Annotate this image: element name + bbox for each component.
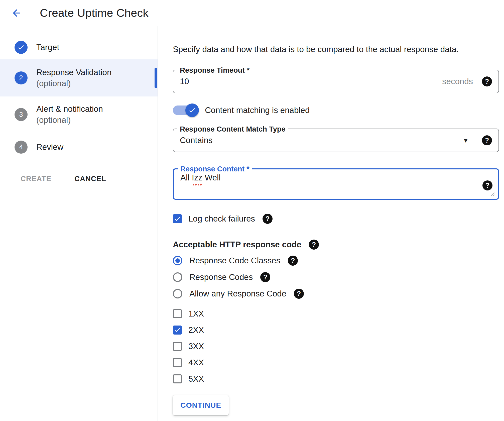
toggle-thumb-check-icon	[185, 103, 199, 117]
allow-any-response-code-label: Allow any Response Code	[189, 289, 286, 298]
label-2xx: 2XX	[188, 325, 204, 335]
response-timeout-help-icon[interactable]: ?	[482, 76, 492, 86]
allow-any-help-icon[interactable]: ?	[294, 289, 304, 299]
step-response-validation-label: Response Validation	[36, 67, 111, 78]
match-type-label: Response Content Match Type	[177, 125, 288, 134]
code-row-1xx: 1XX	[173, 309, 499, 319]
misspelled-word: Izz	[192, 173, 202, 182]
panel-description: Specify data and how that data is to be …	[173, 26, 499, 55]
match-type-value: Contains	[180, 136, 212, 145]
step-alert-notification[interactable]: 3 Alert & notification (optional)	[0, 103, 158, 126]
dropdown-caret-icon[interactable]: ▼	[462, 137, 469, 144]
step-completed-check-icon	[15, 41, 28, 54]
allow-any-response-code-radio[interactable]	[173, 289, 182, 298]
checkbox-3xx[interactable]	[173, 342, 182, 351]
radio-row-code-classes: Response Code Classes ?	[173, 256, 499, 265]
step-4-circle: 4	[15, 141, 28, 154]
checkbox-check-icon	[174, 327, 181, 334]
step-target-label: Target	[36, 42, 59, 53]
arrow-back-icon	[11, 8, 22, 19]
step-response-validation[interactable]: 2 Response Validation (optional)	[0, 59, 158, 96]
code-row-3xx: 3XX	[173, 342, 499, 351]
step-alert-label: Alert & notification	[36, 103, 103, 115]
textarea-resize-handle-icon[interactable]	[489, 191, 495, 197]
response-code-radio-group: Response Code Classes ? Response Codes ?…	[173, 256, 499, 298]
label-4xx: 4XX	[188, 358, 204, 367]
response-content-field: Response Content * All Izz Well ?	[173, 168, 499, 200]
checkbox-2xx[interactable]	[173, 326, 182, 335]
checkbox-4xx[interactable]	[173, 358, 182, 367]
response-code-classes-label: Response Code Classes	[189, 256, 280, 265]
code-row-4xx: 4XX	[173, 358, 499, 367]
back-button[interactable]	[11, 7, 22, 19]
content-matching-label: Content matching is enabled	[205, 106, 310, 115]
acceptable-codes-heading: Acceptable HTTP response code	[173, 240, 301, 249]
main-panel: Specify data and how that data is to be …	[158, 26, 504, 421]
active-step-indicator	[155, 68, 157, 88]
response-content-textarea[interactable]: All Izz Well	[180, 173, 221, 182]
cancel-button[interactable]: CANCEL	[74, 175, 106, 183]
response-timeout-label: Response Timeout *	[177, 66, 252, 75]
label-5xx: 5XX	[188, 374, 204, 384]
log-check-failures-help-icon[interactable]: ?	[263, 214, 273, 224]
response-content-help-icon[interactable]: ?	[482, 180, 492, 190]
step-review-label: Review	[36, 142, 63, 153]
checkbox-check-icon	[174, 215, 181, 222]
content-text-suffix: Well	[202, 173, 221, 182]
step-alert-sublabel: (optional)	[36, 115, 103, 126]
page-title: Create Uptime Check	[40, 7, 149, 20]
step-review[interactable]: 4 Review	[0, 141, 158, 154]
response-codes-help-icon[interactable]: ?	[260, 272, 270, 282]
response-code-classes-radio[interactable]	[173, 256, 182, 265]
code-row-2xx: 2XX	[173, 325, 499, 335]
radio-row-allow-any: Allow any Response Code ?	[173, 289, 499, 298]
step-2-circle: 2	[15, 71, 28, 84]
response-content-label: Response Content *	[178, 164, 252, 173]
response-code-class-checkboxes: 1XX 2XX 3XX 4XX 5XX	[173, 309, 499, 384]
step-response-validation-sublabel: (optional)	[36, 78, 111, 89]
create-button[interactable]: CREATE	[21, 175, 51, 183]
log-check-failures-label: Log check failures	[188, 214, 255, 224]
log-check-failures-checkbox[interactable]	[173, 214, 182, 223]
response-code-classes-help-icon[interactable]: ?	[288, 256, 298, 266]
continue-button[interactable]: CONTINUE	[173, 395, 229, 415]
content-matching-row: Content matching is enabled	[173, 103, 499, 117]
stepper-sidebar: Target 2 Response Validation (optional) …	[0, 26, 158, 421]
response-codes-radio[interactable]	[173, 272, 182, 282]
acceptable-codes-help-icon[interactable]: ?	[309, 240, 319, 250]
match-type-select[interactable]: Response Content Match Type Contains ▼ ?	[173, 129, 499, 152]
step-target[interactable]: Target	[0, 41, 158, 54]
match-type-help-icon[interactable]: ?	[482, 135, 492, 145]
log-check-failures-row: Log check failures ?	[173, 214, 499, 224]
checkbox-1xx[interactable]	[173, 309, 182, 318]
checkbox-5xx[interactable]	[173, 374, 182, 383]
response-timeout-input[interactable]: 10	[180, 77, 189, 86]
label-1xx: 1XX	[188, 309, 204, 319]
header: Create Uptime Check	[0, 0, 504, 26]
content-matching-toggle[interactable]	[173, 106, 197, 115]
response-codes-label: Response Codes	[189, 272, 253, 282]
acceptable-codes-heading-row: Acceptable HTTP response code ?	[173, 239, 499, 250]
content-text-prefix: All	[180, 173, 192, 182]
response-timeout-field: Response Timeout * 10 seconds ?	[173, 70, 499, 93]
code-row-5xx: 5XX	[173, 374, 499, 384]
response-timeout-unit: seconds	[442, 77, 473, 86]
label-3xx: 3XX	[188, 342, 204, 351]
radio-row-response-codes: Response Codes ?	[173, 272, 499, 282]
step-3-circle: 3	[15, 108, 28, 121]
